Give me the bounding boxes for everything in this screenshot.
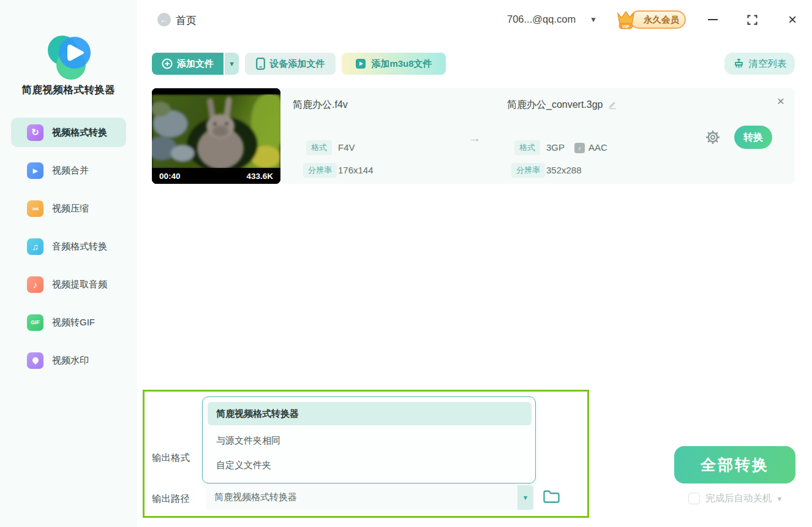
chevron-down-icon: ▼ — [228, 60, 235, 67]
file-list-item: 00:40 433.6K 简鹿办公.f4v 格式 F4V 分辨率 176x144… — [152, 88, 795, 184]
sidebar: 简鹿视频格式转换器 ↻ 视频格式转换 ▶ 视频合并 »« 视频压缩 ♫ 音频格式… — [0, 0, 137, 527]
close-icon: × — [788, 11, 797, 28]
target-file-name: 简鹿办公_convert.3gp — [507, 99, 617, 112]
gif-icon: GIF — [27, 314, 43, 331]
source-resolution-value: 176x144 — [338, 165, 374, 175]
sidebar-item-video-merge[interactable]: ▶ 视频合并 — [11, 156, 126, 185]
convert-all-button[interactable]: 全部转换 — [674, 446, 795, 483]
back-arrow-icon: ← — [160, 15, 168, 25]
device-add-file-label: 设备添加文件 — [270, 58, 325, 70]
phone-icon — [256, 58, 265, 70]
source-format-badge: 格式 — [306, 140, 332, 155]
auto-shutdown-row: 完成后自动关机 ▼ — [688, 492, 783, 505]
rename-pencil-icon[interactable] — [608, 100, 617, 112]
dropdown-option-same-as-source[interactable]: 与源文件夹相同 — [208, 431, 532, 450]
add-m3u8-button[interactable]: 添加m3u8文件 — [342, 53, 446, 75]
video-filesize: 433.6K — [246, 172, 273, 181]
vip-badge[interactable]: 永久会员 VIP — [614, 7, 686, 31]
sidebar-item-label: 视频转GIF — [52, 317, 95, 328]
sidebar-item-label: 视频合并 — [52, 165, 89, 176]
video-thumbnail: 00:40 433.6K — [152, 88, 280, 184]
back-button[interactable]: ← — [157, 13, 171, 26]
select-caret-icon: ▼ — [517, 485, 533, 510]
sidebar-item-label: 视频压缩 — [52, 203, 89, 214]
auto-shutdown-caret-icon[interactable]: ▼ — [776, 495, 783, 502]
video-format-convert-icon: ↻ — [27, 124, 43, 141]
minimize-icon — [708, 19, 718, 21]
account-dropdown-caret-icon[interactable]: ▼ — [590, 15, 597, 24]
audio-extract-icon: ♪ — [27, 276, 43, 293]
auto-shutdown-label: 完成后自动关机 — [705, 492, 772, 505]
auto-shutdown-checkbox[interactable] — [688, 493, 700, 504]
clear-list-button[interactable]: 清空列表 — [724, 53, 795, 75]
sidebar-item-label: 视频提取音频 — [52, 279, 107, 290]
convert-direction-arrow-icon: → — [468, 130, 481, 146]
sidebar-item-label: 视频水印 — [52, 355, 89, 366]
watermark-icon — [27, 352, 43, 369]
video-thumbnail-image — [152, 88, 280, 184]
gear-icon — [704, 129, 721, 146]
target-resolution-value: 352x288 — [546, 165, 582, 175]
sidebar-item-label: 视频格式转换 — [52, 127, 107, 138]
broom-icon — [733, 58, 745, 70]
video-duration: 00:40 — [159, 172, 181, 181]
dropdown-option-app-folder[interactable]: 简鹿视频格式转换器 — [208, 402, 532, 425]
audio-codec-icon: ♪ — [574, 143, 585, 153]
source-resolution-badge: 分辨率 — [303, 163, 337, 178]
remove-file-button[interactable]: × — [773, 93, 789, 109]
sidebar-item-audio-format-convert[interactable]: ♫ 音频格式转换 — [11, 232, 126, 261]
output-path-label: 输出路径 — [152, 493, 190, 506]
output-path-select[interactable]: 简鹿视频格式转换器 ▼ — [206, 485, 533, 510]
file-settings-button[interactable] — [704, 129, 721, 148]
source-file-name: 简鹿办公.f4v — [293, 99, 348, 112]
app-logo-icon — [44, 33, 94, 81]
audio-format-convert-icon: ♫ — [27, 238, 43, 255]
account-email[interactable]: 706...@qq.com — [507, 13, 576, 25]
dropdown-option-custom-folder[interactable]: 自定义文件夹 — [208, 456, 532, 474]
target-format-badge: 格式 — [514, 140, 540, 155]
folder-icon — [543, 488, 560, 505]
target-format-value: 3GP — [546, 142, 565, 153]
sidebar-item-video-watermark[interactable]: 视频水印 — [11, 346, 126, 375]
close-window-button[interactable]: × — [784, 11, 800, 28]
output-path-value: 简鹿视频格式转换器 — [214, 491, 297, 503]
add-file-dropdown-button[interactable]: ▼ — [225, 53, 239, 75]
plus-circle-icon — [162, 58, 173, 69]
remove-file-icon: × — [777, 94, 784, 108]
sidebar-item-video-format-convert[interactable]: ↻ 视频格式转换 — [11, 118, 126, 147]
convert-single-button[interactable]: 转换 — [734, 126, 772, 149]
clear-list-label: 清空列表 — [749, 58, 787, 70]
vip-crown-icon: VIP — [614, 7, 638, 32]
svg-text:VIP: VIP — [622, 25, 630, 29]
device-add-file-button[interactable]: 设备添加文件 — [245, 53, 336, 75]
m3u8-file-icon — [355, 58, 366, 69]
output-path-dropdown-panel: 简鹿视频格式转换器 与源文件夹相同 自定义文件夹 — [202, 396, 536, 483]
app-title: 简鹿视频格式转换器 — [0, 83, 137, 97]
video-compress-icon: »« — [27, 200, 43, 217]
maximize-icon — [747, 15, 757, 25]
add-file-label: 添加文件 — [177, 58, 214, 70]
target-resolution-badge: 分辨率 — [511, 163, 545, 178]
sidebar-nav: ↻ 视频格式转换 ▶ 视频合并 »« 视频压缩 ♫ 音频格式转换 ♪ 视频提取音… — [11, 118, 126, 384]
breadcrumb-home: 首页 — [176, 13, 197, 28]
vip-label: 永久会员 — [636, 14, 679, 26]
minimize-button[interactable] — [705, 12, 720, 27]
sidebar-item-audio-extract[interactable]: ♪ 视频提取音频 — [11, 270, 126, 299]
video-merge-icon: ▶ — [27, 162, 43, 179]
source-format-value: F4V — [338, 142, 355, 153]
app-window: 简鹿视频格式转换器 ↻ 视频格式转换 ▶ 视频合并 »« 视频压缩 ♫ 音频格式… — [0, 0, 812, 527]
output-format-label: 输出格式 — [152, 452, 190, 464]
add-file-button[interactable]: 添加文件 — [152, 53, 224, 75]
sidebar-item-video-compress[interactable]: »« 视频压缩 — [11, 194, 126, 223]
browse-folder-button[interactable] — [543, 488, 560, 507]
sidebar-item-video-to-gif[interactable]: GIF 视频转GIF — [11, 308, 126, 337]
audio-codec-value: AAC — [588, 142, 607, 153]
add-m3u8-label: 添加m3u8文件 — [371, 58, 432, 70]
sidebar-item-label: 音频格式转换 — [52, 241, 107, 252]
maximize-button[interactable] — [745, 12, 759, 27]
